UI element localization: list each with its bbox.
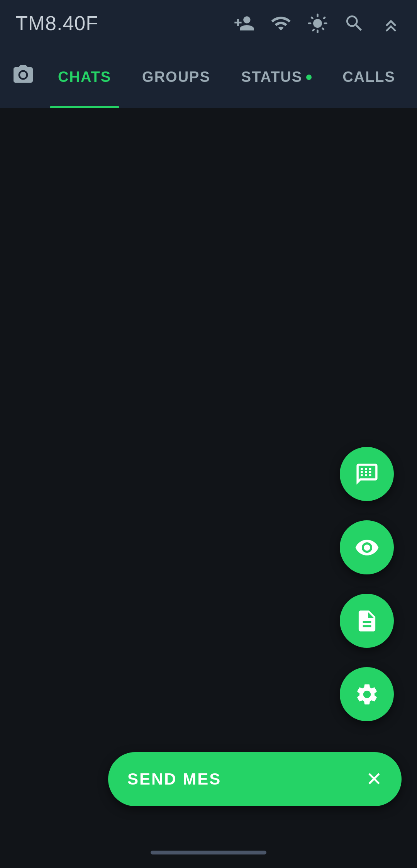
gesture-indicator xyxy=(151,851,266,854)
send-message-close-icon[interactable]: ✕ xyxy=(366,768,382,790)
main-content: SEND MES ✕ xyxy=(0,108,417,837)
bottom-bar xyxy=(0,837,417,868)
view-fab[interactable] xyxy=(340,520,394,574)
status-time: TM8.40F xyxy=(15,12,98,35)
tab-calls[interactable]: CALLS xyxy=(327,46,411,108)
tab-status[interactable]: STATUS xyxy=(226,46,327,108)
nav-tabs: CHATS GROUPS STATUS CALLS xyxy=(42,46,411,108)
person-add-icon[interactable] xyxy=(234,13,255,34)
nav-bar: CHATS GROUPS STATUS CALLS xyxy=(0,46,417,108)
camera-icon xyxy=(12,63,35,91)
search-icon[interactable] xyxy=(344,13,365,34)
new-message-fab[interactable] xyxy=(340,447,394,501)
tab-groups[interactable]: GROUPS xyxy=(127,46,226,108)
status-bar: TM8.40F xyxy=(0,0,417,46)
overflow-menu-icon[interactable] xyxy=(380,13,402,34)
tab-chats[interactable]: CHATS xyxy=(42,46,127,108)
wifi-icon xyxy=(270,13,292,34)
brightness-icon[interactable] xyxy=(307,13,328,34)
status-indicator-dot xyxy=(306,75,312,80)
send-message-button[interactable]: SEND MES ✕ xyxy=(108,752,402,806)
status-bar-left: TM8.40F xyxy=(15,12,98,35)
fab-container xyxy=(340,447,394,721)
send-message-label: SEND MES xyxy=(127,770,221,788)
settings-fab[interactable] xyxy=(340,667,394,721)
document-fab[interactable] xyxy=(340,594,394,648)
camera-button[interactable] xyxy=(12,62,35,93)
status-bar-icons xyxy=(234,13,402,34)
